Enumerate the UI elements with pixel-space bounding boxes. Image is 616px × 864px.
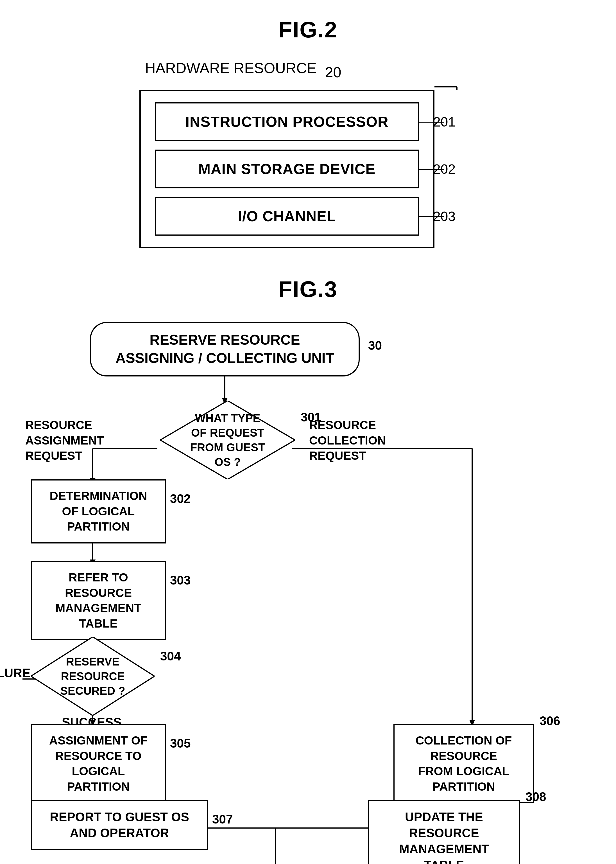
start-label: RESERVE RESOURCEASSIGNING / COLLECTING U… [90,322,360,376]
hw-item-row-2: I/O CHANNEL 203 [155,197,419,236]
rect-307: REPORT TO GUEST OS AND OPERATOR [31,800,208,850]
hw-bracket-line [139,84,477,90]
hw-number-203: 203 [433,209,456,224]
hw-item-row-1: MAIN STORAGE DEVICE 202 [155,150,419,188]
node-305: ASSIGNMENT OF RESOURCE TOLOGICAL PARTITI… [31,724,166,803]
decision1-text: WHAT TYPEOF REQUEST FROM GUESTOS ? [183,411,273,469]
rect-302: DETERMINATION OF LOGICALPARTITION [31,479,166,543]
node-303: REFER TO RESOURCEMANAGEMENT TABLE [31,561,166,640]
node-decision1: WHAT TYPEOF REQUEST FROM GUESTOS ? [160,401,295,480]
node-308: UPDATE THE RESOURCEMANAGEMENT TABLE [368,800,520,864]
hw-item-row-0: INSTRUCTION PROCESSOR 201 [155,102,419,141]
label-resource-collection: RESOURCE COLLECTIONREQUEST [309,417,430,464]
rect-303: REFER TO RESOURCEMANAGEMENT TABLE [31,561,166,640]
rect-308: UPDATE THE RESOURCEMANAGEMENT TABLE [368,800,520,864]
label-308: 308 [525,788,546,805]
node-306: COLLECTION OF RESOURCEFROM LOGICAL PARTI… [393,724,534,803]
label-failure: FAILURE [0,665,30,681]
label-30: 30 [368,337,382,353]
label-303: 303 [170,572,190,588]
node-decision2: RESERVERESOURCESECURED ? [31,637,154,717]
fig2-title: FIG.2 [22,17,594,43]
hardware-resource-wrapper: HARDWARE RESOURCE 20 INSTRUCTION PROCESS… [139,60,477,248]
fig2-container: HARDWARE RESOURCE 20 INSTRUCTION PROCESS… [22,60,594,248]
node-start: RESERVE RESOURCEASSIGNING / COLLECTING U… [90,322,360,376]
node-307: REPORT TO GUEST OS AND OPERATOR [31,800,208,850]
hw-item-io-channel: I/O CHANNEL [155,197,419,236]
node-302: DETERMINATION OF LOGICALPARTITION [31,479,166,543]
hw-item-main-storage: MAIN STORAGE DEVICE [155,150,419,188]
label-306: 306 [539,713,560,729]
hw-number-202: 202 [433,161,456,177]
decision2-text: RESERVERESOURCESECURED ? [53,654,132,698]
fig3-title: FIG.3 [22,276,594,302]
flowchart: RESERVE RESOURCEASSIGNING / COLLECTING U… [22,322,585,864]
hw-item-instruction-processor: INSTRUCTION PROCESSOR [155,102,419,141]
label-resource-assignment: RESOURCE ASSIGNMENTREQUEST [25,417,146,464]
label-304: 304 [160,648,181,664]
hardware-resource-box: INSTRUCTION PROCESSOR 201 MAIN STORAGE D… [139,90,434,248]
label-305: 305 [170,735,190,751]
hardware-resource-label: HARDWARE RESOURCE [139,60,317,77]
hw-number-201: 201 [433,114,456,130]
page: FIG.2 HARDWARE RESOURCE 20 INSTRUCTION P… [0,0,616,864]
rect-305: ASSIGNMENT OF RESOURCE TOLOGICAL PARTITI… [31,724,166,803]
hw-number-20: 20 [325,64,341,81]
label-307: 307 [212,811,233,827]
rect-306: COLLECTION OF RESOURCEFROM LOGICAL PARTI… [393,724,534,803]
label-302: 302 [170,491,190,507]
